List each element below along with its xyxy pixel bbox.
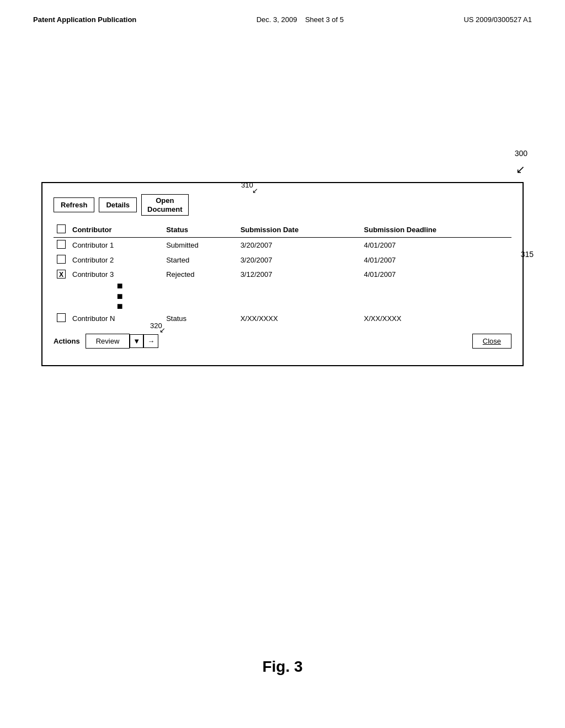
row3-checkbox[interactable]: X: [57, 270, 66, 279]
rowN-checkbox[interactable]: [57, 313, 66, 322]
dots-row-2: ■: [54, 291, 511, 301]
col-header-contributor: Contributor: [69, 222, 163, 238]
actions-label: Actions: [54, 337, 80, 345]
rowN-submission-deadline: X/XX/XXXX: [361, 311, 511, 326]
col-header-status: Status: [163, 222, 237, 238]
row3-checkbox-cell: X: [54, 267, 69, 281]
row2-status: Started: [163, 253, 237, 267]
col-header-checkbox: [54, 222, 69, 238]
row3-contributor: Contributor 3: [69, 267, 163, 281]
toolbar-area: 310 ↙ Refresh Details Open Document: [54, 194, 511, 216]
row1-checkbox-cell: [54, 238, 69, 253]
rowN-contributor: Contributor N: [69, 311, 163, 326]
close-button[interactable]: Close: [472, 334, 511, 349]
details-button[interactable]: Details: [99, 197, 137, 212]
dot-3: ■: [69, 301, 163, 311]
contributors-table-wrapper: 315 Contributor Status Submission Date S…: [54, 222, 511, 326]
rowN-checkbox-cell: [54, 311, 69, 326]
row2-contributor: Contributor 2: [69, 253, 163, 267]
ref-320-arrow: ↙: [159, 326, 166, 334]
rowN-submission-date: X/XX/XXXX: [237, 311, 361, 326]
dot-1: ■: [69, 281, 163, 291]
row2-submission-deadline: 4/01/2007: [361, 253, 511, 267]
dot-2: ■: [69, 291, 163, 301]
actions-area: 320 ↙ Actions Review ▼ → Close: [54, 334, 511, 349]
ref-310-label: 310: [241, 181, 253, 189]
patent-header: Patent Application Publication Dec. 3, 2…: [0, 0, 565, 24]
rowN-status: Status: [163, 311, 237, 326]
row1-submission-deadline: 4/01/2007: [361, 238, 511, 253]
dots-row-3: ■: [54, 301, 511, 311]
row3-status: Rejected: [163, 267, 237, 281]
ref-300-arrow: ↙: [516, 163, 525, 176]
actions-row: Actions Review ▼ → Close: [54, 334, 511, 349]
ref-310-arrow: ↙: [252, 186, 258, 195]
contributors-table: Contributor Status Submission Date Submi…: [54, 222, 511, 326]
row2-submission-date: 3/20/2007: [237, 253, 361, 267]
publication-title: Patent Application Publication: [33, 15, 136, 24]
col-header-submission-date: Submission Date: [237, 222, 361, 238]
row1-checkbox[interactable]: [57, 240, 66, 249]
review-button[interactable]: Review: [86, 334, 130, 349]
row2-checkbox-cell: [54, 253, 69, 267]
header-checkbox[interactable]: [57, 224, 66, 233]
table-row: X Contributor 3 Rejected 3/12/2007 4/01/…: [54, 267, 511, 281]
row3-submission-date: 3/12/2007: [237, 267, 361, 281]
row2-checkbox[interactable]: [57, 255, 66, 264]
row3-submission-deadline: 4/01/2007: [361, 267, 511, 281]
patent-number: US 2009/0300527 A1: [463, 15, 532, 24]
table-row: Contributor 2 Started 3/20/2007 4/01/200…: [54, 253, 511, 267]
figure-label: Fig. 3: [262, 658, 302, 676]
row1-submission-date: 3/20/2007: [237, 238, 361, 253]
open-document-button[interactable]: Open Document: [141, 194, 189, 216]
dots-row-1: ■: [54, 281, 511, 291]
row1-contributor: Contributor 1: [69, 238, 163, 253]
toolbar: Refresh Details Open Document: [54, 194, 511, 216]
col-header-submission-deadline: Submission Deadline: [361, 222, 511, 238]
row1-status: Submitted: [163, 238, 237, 253]
table-row: Contributor 1 Submitted 3/20/2007 4/01/2…: [54, 238, 511, 253]
ref-315-label: 315: [521, 250, 534, 259]
dialog-box: 310 ↙ Refresh Details Open Document 315: [41, 182, 524, 366]
date-sheet: Dec. 3, 2009 Sheet 3 of 5: [257, 15, 344, 24]
table-row-last: Contributor N Status X/XX/XXXX X/XX/XXXX: [54, 311, 511, 326]
dropdown-arrow[interactable]: ▼: [130, 334, 143, 348]
go-arrow[interactable]: →: [143, 334, 158, 348]
ref-300-label: 300: [515, 149, 527, 158]
refresh-button[interactable]: Refresh: [54, 197, 94, 212]
